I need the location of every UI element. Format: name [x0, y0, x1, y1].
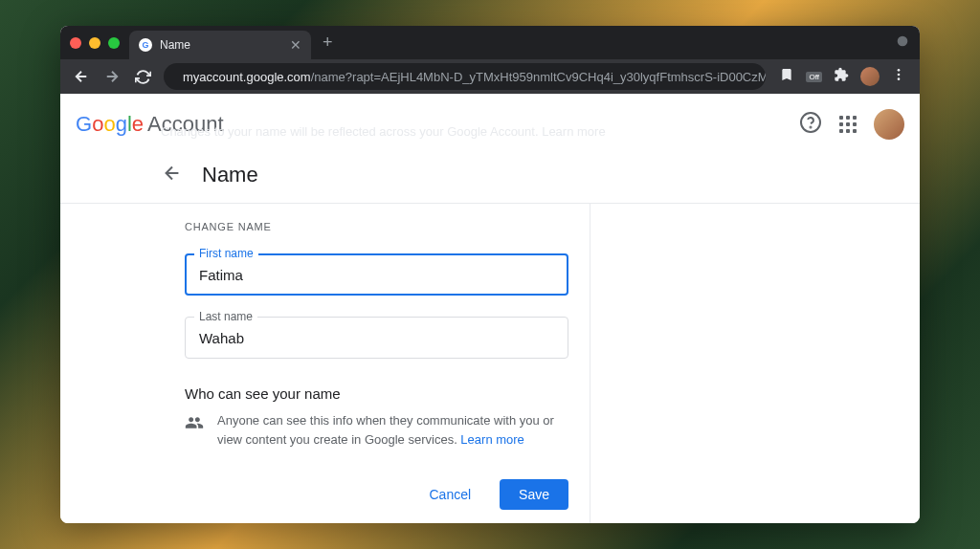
back-arrow-icon[interactable]: [162, 163, 183, 187]
first-name-group: First name: [185, 253, 568, 296]
page-title: Name: [202, 163, 258, 187]
account-avatar[interactable]: [874, 109, 904, 140]
reload-button[interactable]: [129, 63, 156, 90]
toolbar: myaccount.google.com/name?rapt=AEjHL4MbN…: [60, 59, 920, 94]
buttons-row: Cancel Save: [185, 479, 568, 510]
browser-window: G Name ✕ + myaccount.google.com/name?rap…: [60, 26, 920, 523]
first-name-label: First name: [194, 247, 258, 260]
visibility-row: Anyone can see this info when they commu…: [185, 411, 568, 449]
people-icon: [185, 413, 204, 449]
last-name-group: Last name: [185, 317, 568, 359]
svg-point-2: [898, 69, 901, 72]
save-button[interactable]: Save: [500, 479, 568, 510]
toolbar-icons: Off: [773, 67, 912, 86]
browser-tab[interactable]: G Name ✕: [129, 31, 311, 59]
learn-more-link[interactable]: Learn more: [460, 432, 523, 447]
url-domain: myaccount.google.com: [183, 70, 311, 84]
maximize-window-button[interactable]: [108, 37, 120, 49]
form-container: CHANGE NAME First name Last name Who can…: [164, 204, 590, 523]
extension-badge[interactable]: Off: [806, 72, 822, 82]
titlebar-chevron-icon[interactable]: [895, 33, 910, 53]
extensions-icon[interactable]: [834, 67, 849, 86]
content-area: Changes to your name will be reflected a…: [60, 94, 920, 523]
profile-avatar-icon[interactable]: [860, 67, 880, 86]
close-window-button[interactable]: [70, 37, 81, 49]
page-title-row: Name: [60, 155, 920, 204]
minimize-window-button[interactable]: [89, 37, 100, 49]
svg-point-3: [898, 74, 901, 77]
forward-button[interactable]: [99, 63, 125, 90]
bookmark-tag-icon[interactable]: [779, 67, 794, 86]
url-bar[interactable]: myaccount.google.com/name?rapt=AEjHL4MbN…: [164, 63, 766, 90]
apps-grid-icon[interactable]: [839, 116, 857, 133]
window-controls: [70, 37, 120, 49]
tab-favicon: G: [139, 38, 152, 52]
menu-icon[interactable]: [891, 67, 906, 86]
help-icon[interactable]: [799, 111, 822, 138]
visibility-text: Anyone can see this info when they commu…: [217, 411, 568, 449]
close-tab-icon[interactable]: ✕: [290, 37, 301, 53]
background-hint-text: Changes to your name will be reflected a…: [161, 124, 606, 139]
svg-point-6: [811, 127, 812, 128]
visibility-title: Who can see your name: [185, 385, 568, 402]
svg-point-0: [898, 35, 908, 46]
section-label: CHANGE NAME: [185, 221, 568, 232]
new-tab-button[interactable]: +: [323, 33, 333, 53]
cancel-button[interactable]: Cancel: [410, 479, 490, 510]
back-button[interactable]: [68, 63, 95, 90]
tab-title: Name: [160, 38, 282, 52]
last-name-label: Last name: [194, 310, 257, 323]
titlebar: G Name ✕ +: [60, 26, 920, 59]
url-path: /name?rapt=AEjHL4MbN-D_yTMxHt959nmltCv9C…: [311, 70, 767, 84]
svg-point-4: [898, 77, 901, 80]
